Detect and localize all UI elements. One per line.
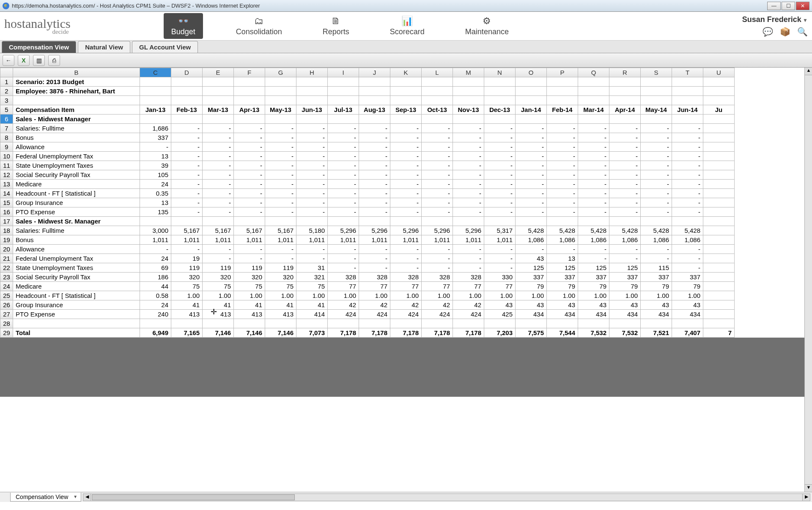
cell[interactable]: 5,167 bbox=[265, 226, 296, 235]
cell[interactable]: 79 bbox=[672, 282, 703, 291]
tab-compensation-view[interactable]: Compensation View bbox=[2, 41, 76, 53]
cell[interactable]: 5,428 bbox=[547, 226, 578, 235]
cell[interactable] bbox=[703, 124, 735, 133]
line-item-label[interactable]: Social Security Payroll Tax bbox=[13, 170, 140, 180]
month-header[interactable]: Feb-14 bbox=[547, 105, 578, 115]
col-header-P[interactable]: P bbox=[547, 68, 578, 77]
cell[interactable]: 1,011 bbox=[296, 235, 328, 245]
cell[interactable]: - bbox=[234, 254, 265, 263]
row-header-26[interactable]: 26 bbox=[0, 300, 13, 310]
total-cell[interactable]: 6,949 bbox=[140, 328, 171, 338]
cell[interactable]: - bbox=[547, 142, 578, 152]
cell[interactable]: - bbox=[453, 152, 484, 161]
line-item-label[interactable]: PTO Expense bbox=[13, 207, 140, 217]
cell[interactable]: 320 bbox=[171, 273, 203, 282]
cell[interactable]: 43 bbox=[609, 300, 641, 310]
cell[interactable]: 5,296 bbox=[328, 226, 359, 235]
cell[interactable]: - bbox=[422, 124, 453, 133]
col-header-N[interactable]: N bbox=[484, 68, 516, 77]
cell[interactable]: 1,686 bbox=[140, 124, 171, 133]
cell[interactable] bbox=[422, 115, 453, 124]
cell[interactable]: - bbox=[547, 124, 578, 133]
cell[interactable]: 434 bbox=[641, 310, 672, 319]
cell[interactable]: - bbox=[578, 245, 609, 254]
row-header-20[interactable]: 20 bbox=[0, 245, 13, 254]
cell[interactable]: 77 bbox=[484, 282, 516, 291]
total-cell[interactable]: 7,178 bbox=[390, 328, 422, 338]
cell[interactable]: - bbox=[547, 133, 578, 142]
cell[interactable]: - bbox=[641, 189, 672, 198]
row-header-21[interactable]: 21 bbox=[0, 254, 13, 263]
cell[interactable]: 414 bbox=[296, 310, 328, 319]
col-header-H[interactable]: H bbox=[296, 68, 328, 77]
cell[interactable] bbox=[672, 115, 703, 124]
line-item-label[interactable]: Medicare bbox=[13, 282, 140, 291]
line-item-label[interactable]: Headcount - FT [ Statistical ] bbox=[13, 189, 140, 198]
cell[interactable]: - bbox=[203, 152, 234, 161]
cell[interactable]: - bbox=[328, 245, 359, 254]
employee-label[interactable]: Employee: 3876 - Rhinehart, Bart bbox=[13, 87, 140, 96]
cell[interactable] bbox=[703, 263, 735, 273]
cell[interactable]: - bbox=[296, 245, 328, 254]
row-header-9[interactable]: 9 bbox=[0, 142, 13, 152]
row-header-23[interactable]: 23 bbox=[0, 273, 13, 282]
col-header-K[interactable]: K bbox=[390, 68, 422, 77]
cell[interactable]: 413 bbox=[265, 310, 296, 319]
cell[interactable]: 330 bbox=[484, 273, 516, 282]
cell[interactable]: 75 bbox=[171, 282, 203, 291]
package-icon[interactable]: 📦 bbox=[780, 27, 790, 37]
cell[interactable]: - bbox=[140, 142, 171, 152]
cell[interactable] bbox=[390, 87, 422, 96]
cell[interactable]: 1,011 bbox=[234, 235, 265, 245]
cell[interactable]: - bbox=[265, 198, 296, 207]
cell[interactable] bbox=[484, 217, 516, 226]
cell[interactable]: - bbox=[422, 207, 453, 217]
col-header-R[interactable]: R bbox=[609, 68, 641, 77]
cell[interactable] bbox=[359, 96, 390, 105]
cell[interactable]: - bbox=[578, 180, 609, 189]
cell[interactable]: 5,428 bbox=[641, 226, 672, 235]
cell[interactable]: - bbox=[453, 124, 484, 133]
cell[interactable]: - bbox=[484, 245, 516, 254]
cell[interactable]: - bbox=[234, 124, 265, 133]
cell[interactable] bbox=[422, 87, 453, 96]
chat-icon[interactable]: 💬 bbox=[763, 27, 773, 37]
col-header-B[interactable]: B bbox=[13, 68, 140, 77]
cell[interactable]: - bbox=[672, 133, 703, 142]
cell[interactable]: 1.00 bbox=[547, 291, 578, 300]
row-header-17[interactable]: 17 bbox=[0, 217, 13, 226]
cell[interactable] bbox=[641, 217, 672, 226]
cell[interactable]: - bbox=[516, 133, 547, 142]
cell[interactable]: 41 bbox=[296, 300, 328, 310]
cell[interactable]: 413 bbox=[171, 310, 203, 319]
cell[interactable]: - bbox=[265, 142, 296, 152]
cell[interactable] bbox=[703, 254, 735, 263]
cell[interactable] bbox=[672, 77, 703, 87]
cell[interactable]: 1.00 bbox=[609, 291, 641, 300]
cell[interactable] bbox=[703, 226, 735, 235]
line-item-label[interactable]: Bonus bbox=[13, 235, 140, 245]
cell[interactable]: 320 bbox=[265, 273, 296, 282]
cell[interactable]: 5,296 bbox=[422, 226, 453, 235]
cell[interactable] bbox=[13, 96, 140, 105]
cell[interactable]: 5,428 bbox=[578, 226, 609, 235]
cell[interactable] bbox=[234, 77, 265, 87]
cell[interactable]: - bbox=[609, 245, 641, 254]
col-header-S[interactable]: S bbox=[641, 68, 672, 77]
cell[interactable]: - bbox=[390, 198, 422, 207]
cell[interactable]: - bbox=[641, 198, 672, 207]
cell[interactable]: - bbox=[516, 189, 547, 198]
col-header-I[interactable]: I bbox=[328, 68, 359, 77]
row-header-28[interactable]: 28 bbox=[0, 319, 13, 328]
cell[interactable]: - bbox=[359, 170, 390, 180]
cell[interactable] bbox=[328, 96, 359, 105]
cell[interactable]: - bbox=[641, 170, 672, 180]
cell[interactable]: 337 bbox=[641, 273, 672, 282]
cell[interactable]: 77 bbox=[453, 282, 484, 291]
cell[interactable] bbox=[171, 96, 203, 105]
row-header-1[interactable]: 1 bbox=[0, 77, 13, 87]
col-header-corner[interactable] bbox=[0, 68, 13, 77]
cell[interactable]: - bbox=[641, 180, 672, 189]
cell[interactable]: 5,180 bbox=[296, 226, 328, 235]
cell[interactable]: 424 bbox=[422, 310, 453, 319]
